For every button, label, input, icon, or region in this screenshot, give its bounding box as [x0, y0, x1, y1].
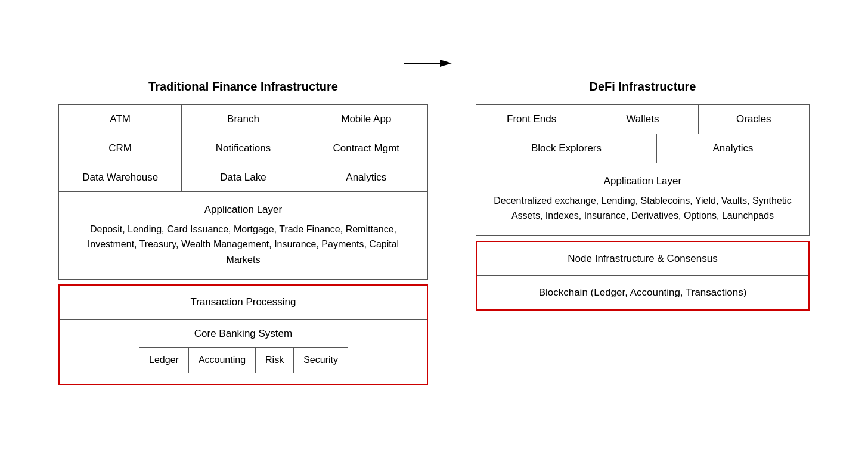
left-row-3: Data Warehouse Data Lake Analytics: [58, 163, 428, 193]
connection-arrow: [404, 45, 452, 81]
left-row-2: CRM Notifications Contract Mgmt: [58, 134, 428, 163]
data-lake-cell: Data Lake: [181, 163, 305, 193]
contract-mgmt-cell: Contract Mgmt: [305, 134, 428, 163]
right-app-layer-content: Decentralized exchange, Lending, Stablec…: [491, 193, 795, 224]
block-explorers-cell: Block Explorers: [476, 134, 657, 163]
wallets-cell: Wallets: [587, 104, 698, 134]
svg-marker-1: [440, 60, 452, 67]
risk-cell: Risk: [255, 347, 294, 373]
accounting-cell: Accounting: [188, 347, 256, 373]
atm-cell: ATM: [58, 104, 182, 134]
oracles-cell: Oracles: [698, 104, 810, 134]
left-title: Traditional Finance Infrastructure: [148, 80, 338, 94]
right-title: DeFi Infrastructure: [590, 80, 696, 94]
analytics-left-cell: Analytics: [305, 163, 428, 193]
core-banking-title: Core Banking System: [66, 328, 421, 340]
right-row-2: Block Explorers Analytics: [476, 134, 810, 163]
mobile-app-cell: Mobile App: [305, 104, 428, 134]
front-ends-cell: Front Ends: [476, 104, 587, 134]
blockchain-cell: Blockchain (Ledger, Accounting, Transact…: [477, 276, 808, 309]
security-cell: Security: [293, 347, 348, 373]
notifications-cell: Notifications: [181, 134, 305, 163]
crm-cell: CRM: [58, 134, 182, 163]
right-red-section: Node Infrastructure & Consensus Blockcha…: [476, 241, 810, 311]
right-row-1: Front Ends Wallets Oracles: [476, 104, 810, 134]
left-row-1: ATM Branch Mobile App: [58, 104, 428, 134]
analytics-right-cell: Analytics: [656, 134, 810, 163]
transaction-processing-cell: Transaction Processing: [60, 286, 427, 320]
branch-cell: Branch: [181, 104, 305, 134]
left-app-layer-title: Application Layer: [73, 204, 413, 216]
right-column: DeFi Infrastructure Front Ends Wallets O…: [476, 80, 810, 311]
data-warehouse-cell: Data Warehouse: [58, 163, 182, 193]
diagram-wrapper: Traditional Finance Infrastructure ATM B…: [0, 62, 868, 404]
left-app-layer: Application Layer Deposit, Lending, Card…: [58, 191, 428, 280]
core-banking-box: Core Banking System Ledger Accounting Ri…: [60, 320, 427, 384]
left-app-layer-content: Deposit, Lending, Card Issuance, Mortgag…: [73, 222, 413, 268]
ledger-cell: Ledger: [139, 347, 189, 373]
node-infrastructure-cell: Node Infrastructure & Consensus: [477, 242, 808, 276]
left-red-section: Transaction Processing Core Banking Syst…: [58, 284, 428, 385]
right-app-layer-title: Application Layer: [491, 175, 795, 187]
left-column: Traditional Finance Infrastructure ATM B…: [58, 80, 428, 386]
core-banking-items: Ledger Accounting Risk Security: [66, 347, 421, 373]
right-app-layer: Application Layer Decentralized exchange…: [476, 163, 810, 236]
